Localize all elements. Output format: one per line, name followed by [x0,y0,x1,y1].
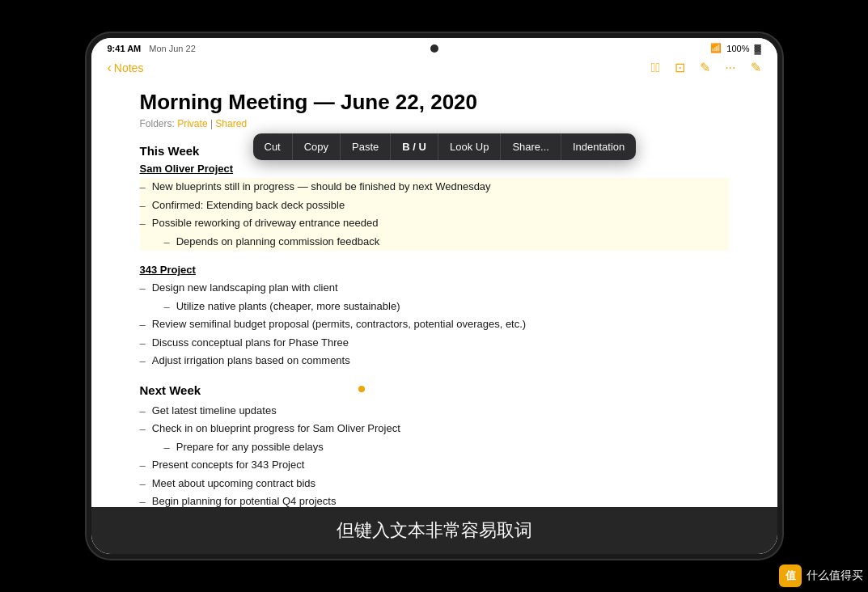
343-items: – Design new landscaping plan with clien… [140,279,729,370]
list-item: – Get latest timeline updates [140,402,729,421]
cursor-dot [358,386,365,392]
note-title: Morning Meeting — June 22, 2020 [140,90,729,115]
camera-notch [430,44,438,53]
dash-icon: – [140,403,146,420]
list-item: – Check in on blueprint progress for Sam… [140,420,729,438]
list-item: – Adjust irrigation plans based on comme… [140,352,729,370]
dash-icon: – [164,439,170,456]
context-menu-cut[interactable]: Cut [253,133,293,160]
dash-icon: – [140,280,146,297]
folders-line: Folders: Private | Shared [140,118,729,129]
list-item: – Discuss conceptual plans for Phase Thr… [140,334,729,353]
sam-oliver-items: – New blueprints still in progress — sho… [140,178,729,251]
back-button[interactable]: ‹ Notes [108,61,144,75]
chevron-left-icon: ‹ [108,61,112,75]
camera-icon[interactable]: ⊡ [675,60,685,75]
context-menu-copy[interactable]: Copy [293,133,341,160]
device-screen: 9:41 AM Mon Jun 22 📶 100% ▓ ‹ Notes ✓⃝ ⊡… [91,38,777,554]
dash-icon: – [140,215,146,232]
list-item: – Confirmed: Extending back deck possibl… [140,197,729,215]
dash-icon: – [140,457,146,474]
dash-icon: – [140,197,146,214]
status-time: 9:41 AM [108,44,142,53]
watermark: 值 什么值得买 [779,565,863,587]
device-frame: 9:41 AM Mon Jun 22 📶 100% ▓ ‹ Notes ✓⃝ ⊡… [87,33,782,559]
list-item: – Meet about upcoming contract bids [140,475,729,493]
dash-icon: – [140,335,146,352]
watermark-badge: 值 [779,565,802,587]
wifi-icon: 📶 [710,43,722,53]
status-date: Mon Jun 22 [149,44,195,53]
list-item: – Prepare for any possible delays [140,438,729,457]
dash-icon: – [164,298,170,315]
sub-heading-343: 343 Project [140,264,729,276]
more-icon[interactable]: ··· [725,61,735,75]
list-item: – Possible reworking of driveway entranc… [140,214,729,233]
nav-actions: ✓⃝ ⊡ ✎ ··· ✎ [650,60,760,75]
dash-icon: – [164,234,170,251]
next-week-items: – Get latest timeline updates – Check in… [140,402,729,511]
context-menu-share[interactable]: Share... [501,133,561,160]
checkmark-circle-icon[interactable]: ✓⃝ [650,61,660,75]
list-item: – Design new landscaping plan with clien… [140,279,729,298]
battery-icon: ▓ [754,44,760,53]
compose-icon[interactable]: ✎ [751,60,761,75]
context-menu-paste[interactable]: Paste [341,133,391,160]
context-menu-look-up[interactable]: Look Up [438,133,501,160]
subtitle-bar: 但键入文本非常容易取词 [91,507,777,554]
dash-icon: – [140,421,146,438]
folder-private-link[interactable]: Private [177,118,207,129]
context-menu-indentation[interactable]: Indentation [561,133,636,160]
folder-shared-link[interactable]: Shared [215,118,247,129]
list-item: – Utilize native plants (cheaper, more s… [140,298,729,316]
nav-bar: ‹ Notes ✓⃝ ⊡ ✎ ··· ✎ [91,57,777,82]
status-icons: 📶 100% ▓ [710,43,760,53]
battery-percent: 100% [726,44,749,53]
list-item: – Depends on planning commission feedbac… [140,233,729,252]
watermark-text: 什么值得买 [807,569,863,583]
dash-icon: – [140,476,146,493]
pen-icon[interactable]: ✎ [700,60,710,75]
context-menu-bold[interactable]: B / U [391,133,438,160]
subtitle-text: 但键入文本非常容易取词 [337,520,532,540]
dash-icon: – [140,353,146,370]
list-item: – Review semifinal budget proposal (perm… [140,315,729,334]
context-menu: Cut Copy Paste B / U Look Up Share... In… [253,133,637,160]
dash-icon: – [140,316,146,333]
sub-heading-sam-oliver: Sam Oliver Project [140,163,729,175]
dash-icon: – [140,179,146,196]
list-item: – Present concepts for 343 Project [140,456,729,475]
back-label: Notes [114,61,144,74]
list-item: – New blueprints still in progress — sho… [140,178,729,197]
section-next-week: Next Week [140,383,729,397]
